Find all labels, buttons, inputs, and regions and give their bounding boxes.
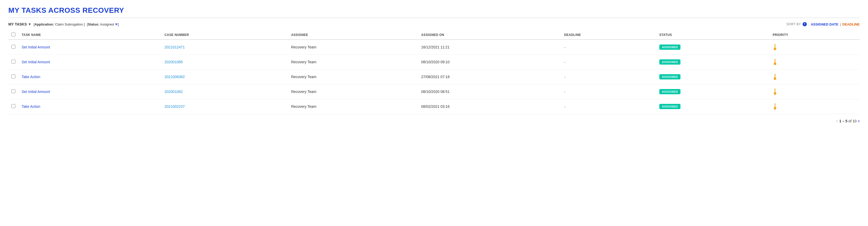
row-priority [770, 84, 860, 99]
row-status: ASSIGNED [656, 84, 770, 99]
row-checkbox-cell [8, 84, 19, 99]
page-title: MY TASKS ACROSS RECOVERY [8, 6, 860, 14]
row-task-name: Set Initial Amount [19, 40, 161, 55]
task-name-link[interactable]: Take Action [22, 75, 40, 79]
select-all-checkbox[interactable] [11, 33, 16, 36]
table-row: Set Initial Amount2021012471Recovery Tea… [8, 40, 860, 55]
row-status: ASSIGNED [656, 99, 770, 114]
svg-point-4 [774, 63, 776, 65]
task-name-link[interactable]: Set Initial Amount [22, 45, 50, 49]
thermometer-icon [773, 58, 777, 66]
row-priority [770, 55, 860, 69]
sort-bar: SORT BY ? : ASSIGNED DATE | DEADLINE [786, 22, 860, 26]
svg-rect-11 [775, 89, 775, 92]
row-task-name: Set Initial Amount [19, 84, 161, 99]
row-status: ASSIGNED [656, 55, 770, 69]
task-name-link[interactable]: Set Initial Amount [22, 90, 50, 94]
row-deadline: - [561, 99, 656, 114]
status-badge: ASSIGNED [659, 104, 680, 109]
row-checkbox[interactable] [11, 89, 16, 93]
svg-point-1 [774, 47, 776, 50]
header-task-name: TASK NAME [19, 30, 161, 40]
svg-point-7 [774, 77, 776, 80]
filter-icon: ▼ [28, 22, 32, 26]
row-checkbox[interactable] [11, 74, 16, 78]
row-task-name: Take Action [19, 99, 161, 114]
row-status: ASSIGNED [656, 69, 770, 84]
row-case-number: 2021008382 [161, 69, 288, 84]
table-row: Take Action2021008382Recovery Team27/08/… [8, 69, 860, 84]
row-assignee: Recovery Team [288, 84, 418, 99]
row-checkbox[interactable] [11, 45, 16, 49]
next-page-button[interactable]: › [858, 118, 860, 124]
table-row: Set Initial Amount202001085Recovery Team… [8, 55, 860, 69]
svg-rect-8 [775, 74, 775, 77]
task-name-link[interactable]: Set Initial Amount [22, 60, 50, 64]
status-badge: ASSIGNED [659, 89, 680, 94]
page-total: 10 [852, 119, 857, 123]
sort-deadline-link[interactable]: DEADLINE [842, 22, 860, 26]
case-number-link[interactable]: 2021012471 [165, 45, 185, 49]
thermometer-icon [773, 103, 777, 110]
row-checkbox-cell [8, 69, 19, 84]
thermometer-icon [773, 43, 777, 51]
header-priority: PRIORITY [770, 30, 860, 40]
row-assigned-on: 27/08/2021 07:18 [418, 69, 561, 84]
filter-application-tag: [Application: Claim Subrogation ] [34, 22, 85, 26]
svg-point-10 [774, 92, 776, 95]
status-badge: ASSIGNED [659, 59, 680, 65]
task-name-link[interactable]: Take Action [22, 104, 40, 108]
table-header: TASK NAME CASE NUMBER ASSIGNEE ASSIGNED … [8, 30, 860, 40]
row-case-number: 202001082 [161, 84, 288, 99]
case-number-link[interactable]: 2021002237 [165, 104, 185, 108]
row-task-name: Take Action [19, 69, 161, 84]
svg-rect-5 [775, 59, 775, 63]
filter-status-close[interactable]: ✕ [115, 22, 118, 26]
row-deadline: - [561, 40, 656, 55]
prev-page-button[interactable]: ‹ [836, 118, 838, 124]
row-checkbox[interactable] [11, 104, 16, 108]
page-of-label: of [848, 119, 852, 123]
row-case-number: 2021002237 [161, 99, 288, 114]
row-assignee: Recovery Team [288, 99, 418, 114]
row-case-number: 2021012471 [161, 40, 288, 55]
row-checkbox[interactable] [11, 60, 16, 64]
row-assigned-on: 16/12/2021 11:21 [418, 40, 561, 55]
svg-rect-14 [775, 104, 775, 107]
case-number-link[interactable]: 2021008382 [165, 75, 185, 79]
row-assigned-on: 08/10/2020 08:51 [418, 84, 561, 99]
priority-icon [773, 73, 857, 80]
row-priority [770, 99, 860, 114]
priority-icon [773, 58, 857, 66]
header-assigned-on: ASSIGNED ON [418, 30, 561, 40]
row-assigned-on: 08/02/2021 03:16 [418, 99, 561, 114]
tasks-table: TASK NAME CASE NUMBER ASSIGNEE ASSIGNED … [8, 30, 860, 114]
row-checkbox-cell [8, 40, 19, 55]
row-priority [770, 40, 860, 55]
row-deadline: - [561, 84, 656, 99]
thermometer-icon [773, 73, 777, 80]
status-badge: ASSIGNED [659, 74, 680, 79]
priority-icon [773, 88, 857, 95]
header-status: STATUS [656, 30, 770, 40]
filter-status-tag: [Status: Assigned ✕] [87, 22, 119, 26]
row-task-name: Set Initial Amount [19, 55, 161, 69]
sort-help-icon[interactable]: ? [803, 22, 807, 26]
sort-assigned-date-link[interactable]: ASSIGNED DATE [811, 22, 838, 26]
header-case-number: CASE NUMBER [161, 30, 288, 40]
svg-point-13 [774, 107, 776, 109]
row-case-number: 202001085 [161, 55, 288, 69]
case-number-link[interactable]: 202001082 [165, 90, 183, 94]
my-tasks-label: MY TASKS ▼ [8, 22, 32, 26]
status-badge: ASSIGNED [659, 44, 680, 50]
page-info: 1 – 5 of 10 [839, 119, 857, 123]
header-checkbox-cell [8, 30, 19, 40]
case-number-link[interactable]: 202001085 [165, 60, 183, 64]
row-status: ASSIGNED [656, 40, 770, 55]
filter-left: MY TASKS ▼ [Application: Claim Subrogati… [8, 22, 119, 26]
header-deadline: DEADLINE [561, 30, 656, 40]
sort-label: SORT BY [786, 22, 801, 26]
row-checkbox-cell [8, 99, 19, 114]
priority-icon [773, 103, 857, 110]
row-assigned-on: 08/10/2020 09:10 [418, 55, 561, 69]
